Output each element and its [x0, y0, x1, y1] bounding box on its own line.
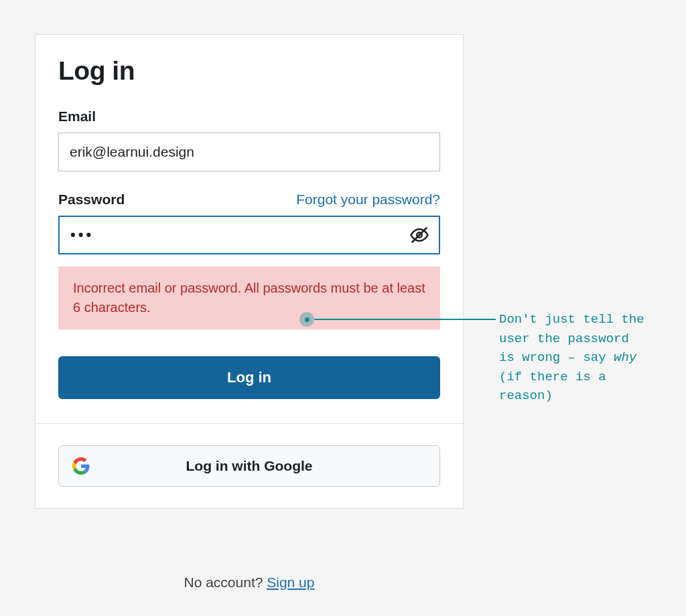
password-label-row: Password Forgot your password? [58, 191, 440, 208]
signup-prefix: No account? [184, 574, 267, 590]
login-card: Log in Email Password Forgot your passwo… [35, 34, 464, 509]
annotation-pointer-dot [299, 312, 314, 327]
login-card-main: Log in Email Password Forgot your passwo… [36, 35, 463, 423]
signup-row: No account? Sign up [35, 574, 464, 591]
password-label: Password [58, 191, 125, 208]
login-button[interactable]: Log in [58, 356, 440, 399]
email-label: Email [58, 108, 440, 125]
email-field-group: Email [58, 108, 440, 171]
login-card-footer: Log in with Google [36, 423, 463, 508]
toggle-password-visibility-button[interactable] [408, 224, 431, 246]
annotation-line: Don't just tell the [499, 310, 673, 329]
email-input[interactable] [58, 133, 440, 171]
password-input-wrapper: ••• [58, 216, 440, 254]
error-message: Incorrect email or password. All passwor… [58, 266, 440, 329]
annotation-line: is wrong – say why [499, 348, 673, 368]
annotation-line: reason) [499, 386, 673, 406]
page-title: Log in [58, 56, 440, 86]
annotation-line: user the password [499, 329, 673, 349]
signup-link[interactable]: Sign up [267, 574, 314, 590]
password-field-group: Password Forgot your password? ••• [58, 191, 440, 254]
annotation-text: Don't just tell the user the password is… [499, 310, 673, 406]
google-button-label: Log in with Google [186, 458, 313, 474]
annotation-pointer-line [314, 319, 496, 320]
eye-off-icon [409, 225, 429, 245]
annotation-line: (if there is a [499, 368, 673, 387]
google-icon [72, 457, 90, 475]
forgot-password-link[interactable]: Forgot your password? [296, 191, 440, 208]
password-input[interactable] [58, 216, 440, 254]
google-login-button[interactable]: Log in with Google [58, 445, 440, 487]
